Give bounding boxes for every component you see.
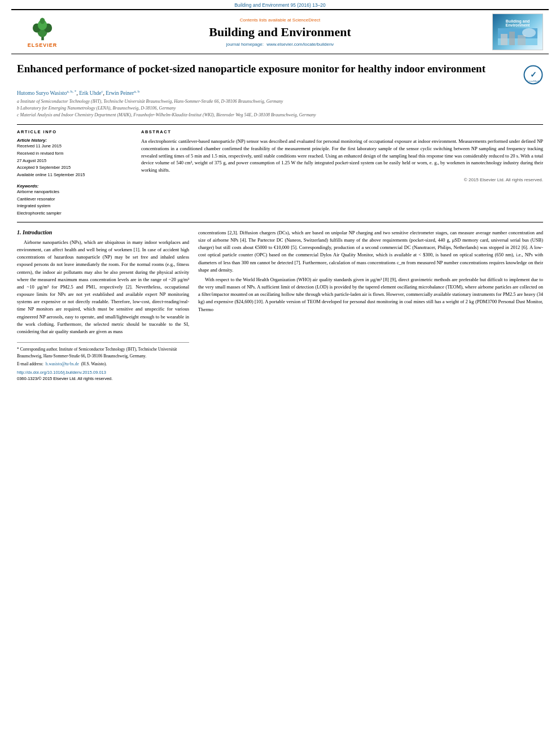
author2-name: Erik Uhde	[79, 90, 101, 96]
journal-header: ELSEVIER Contents lists available at Sci…	[11, 9, 549, 54]
authors-line: Hutomo Suryo Wasistoa, b, *, Erik Uhdec,…	[17, 89, 543, 96]
received-revised-label: Received in revised form	[17, 150, 130, 158]
svg-point-11	[522, 28, 536, 37]
keyword-1: Airborne nanoparticles	[17, 189, 130, 196]
article-dates: Received 11 June 2015 Received in revise…	[17, 143, 130, 179]
sciencedirect-label: Contents lists available at ScienceDirec…	[68, 18, 492, 23]
email-address[interactable]: h.wasisto@tu-bs.de	[46, 361, 79, 366]
email-label: E-mail address:	[17, 361, 43, 366]
author3-sup: a, b	[134, 89, 139, 94]
available-date: Available online 11 September 2015	[17, 172, 130, 179]
svg-text:✓: ✓	[530, 71, 537, 79]
section1-title: 1. Introduction	[17, 229, 189, 235]
section1-body: Airborne nanoparticles (NPs), which are …	[17, 239, 189, 335]
received-date: Received 11 June 2015	[17, 143, 130, 150]
author1-sup: a, b, *	[67, 89, 76, 94]
elsevier-tree-icon	[27, 16, 58, 41]
affil-c: c Material Analysis and Indoor Chemistry…	[17, 112, 543, 119]
author2-sup: c	[101, 89, 103, 94]
journal-reference: Building and Environment 95 (2016) 13–20	[234, 2, 326, 8]
crossmark-icon: ✓ CrossMark	[523, 65, 543, 85]
keywords-list: Airborne nanoparticles Cantilever resona…	[17, 189, 130, 217]
copyright-line: © 2015 Elsevier Ltd. All rights reserved…	[141, 177, 543, 182]
right-column: concentrations [2,3]. Diffusion chargers…	[198, 229, 543, 381]
elsevier-logo: ELSEVIER	[17, 16, 68, 48]
affil-b: b Laboratory for Emerging Nanometrology …	[17, 105, 543, 112]
sciencedirect-link-text[interactable]: ScienceDirect	[292, 18, 320, 23]
journal-cover-image: Building and Environment	[492, 14, 543, 50]
author3-name: Erwin Peiner	[106, 90, 134, 96]
doi-link[interactable]: http://dx.doi.org/10.1016/j.buildenv.201…	[17, 370, 189, 375]
keyword-2: Cantilever resonator	[17, 196, 130, 203]
right-col-body: concentrations [2,3]. Diffusion chargers…	[198, 229, 543, 313]
article-history-label: Article history:	[17, 138, 130, 143]
abstract-title: ABSTRACT	[141, 129, 543, 134]
svg-text:CrossMark: CrossMark	[527, 80, 540, 82]
elsevier-brand: ELSEVIER	[28, 42, 58, 48]
abstract-text: An electrophoretic cantilever-based nano…	[141, 138, 543, 174]
article-info-title: ARTICLE INFO	[17, 129, 130, 134]
author1-name: Hutomo Suryo Wasisto	[17, 90, 67, 96]
right-para2: With respect to the World Health Organiz…	[198, 276, 543, 313]
affiliations: a Institute of Semiconductor Technology …	[17, 98, 543, 119]
article-title: Enhanced performance of pocket-sized nan…	[17, 62, 518, 76]
cover-image-visual	[498, 28, 537, 45]
svg-rect-9	[509, 32, 515, 45]
accepted-date: Accepted 9 September 2015	[17, 164, 130, 172]
svg-point-5	[40, 18, 45, 24]
intro-para1: Airborne nanoparticles (NPs), which are …	[17, 239, 189, 335]
right-para1: concentrations [2,3]. Diffusion chargers…	[198, 229, 543, 274]
main-divider	[17, 222, 543, 222]
abstract-section: ABSTRACT An electrophoretic cantilever-b…	[141, 129, 543, 217]
homepage-url[interactable]: www.elsevier.com/locate/buildenv	[266, 42, 334, 47]
email-person: (H.S. Wasisto).	[81, 361, 107, 366]
footnote-area: * Corresponding author. Institute of Sem…	[17, 342, 189, 381]
keyword-3: Integrated system	[17, 203, 130, 210]
journal-homepage: journal homepage: www.elsevier.com/locat…	[68, 42, 492, 47]
article-title-section: Enhanced performance of pocket-sized nan…	[17, 62, 543, 85]
revised-date: 27 August 2015	[17, 158, 130, 165]
keyword-4: Electrophoretic sampler	[17, 210, 130, 217]
svg-rect-8	[501, 34, 508, 45]
main-content: 1. Introduction Airborne nanoparticles (…	[17, 229, 543, 381]
journal-header-center: Contents lists available at ScienceDirec…	[68, 18, 492, 47]
section-divider	[17, 124, 543, 125]
footnote-email: E-mail address: h.wasisto@tu-bs.de (H.S.…	[17, 361, 189, 368]
left-column: 1. Introduction Airborne nanoparticles (…	[17, 229, 189, 381]
affil-a: a Institute of Semiconductor Technology …	[17, 98, 543, 105]
journal-title: Building and Environment	[68, 25, 492, 40]
svg-rect-10	[518, 35, 526, 45]
issn-line: 0360-1323/© 2015 Elsevier Ltd. All right…	[17, 376, 189, 381]
footnote-star: * Corresponding author. Institute of Sem…	[17, 346, 189, 359]
article-info-section: ARTICLE INFO Article history: Received 1…	[17, 129, 130, 217]
keywords-label: Keywords:	[17, 184, 130, 189]
top-bar: Building and Environment 95 (2016) 13–20	[0, 0, 560, 9]
